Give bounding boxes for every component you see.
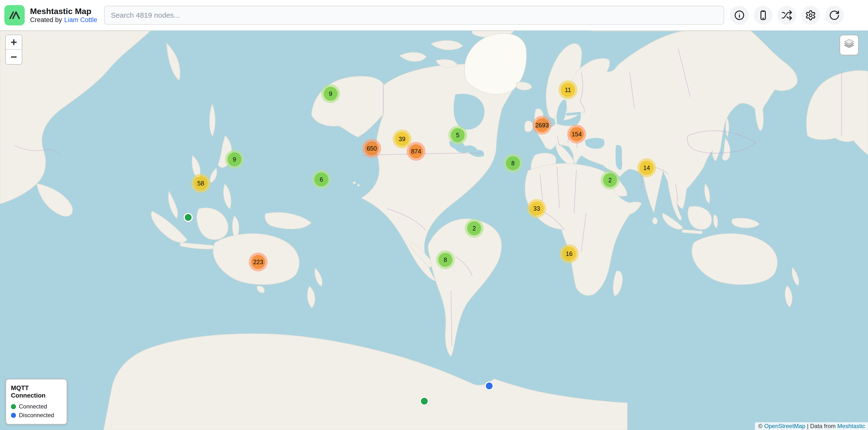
- cluster-count: 11: [561, 83, 575, 97]
- cluster-marker[interactable]: 154: [567, 125, 586, 143]
- cluster-count: 874: [409, 144, 423, 158]
- cluster-count: 5: [451, 128, 465, 142]
- cluster-count: 9: [227, 152, 242, 166]
- zoom-control: + −: [5, 35, 22, 65]
- info-button[interactable]: [730, 6, 749, 25]
- cluster-count: 14: [640, 161, 654, 175]
- cluster-marker[interactable]: 650: [362, 139, 381, 158]
- legend-label: Disconnected: [19, 412, 54, 419]
- app-header: Meshtastic Map Created by Liam Cottle: [0, 0, 868, 31]
- cluster-count: 650: [365, 141, 379, 156]
- header-actions: [730, 6, 844, 25]
- cluster-marker[interactable]: 16: [560, 244, 579, 263]
- cluster-count: 9: [323, 87, 338, 101]
- cluster-marker[interactable]: 8: [436, 250, 455, 269]
- layers-icon: [843, 38, 856, 52]
- node-marker-connected[interactable]: [420, 397, 429, 406]
- cluster-count: 39: [395, 132, 409, 146]
- cluster-count: 6: [314, 172, 329, 187]
- cluster-count: 2: [603, 173, 617, 187]
- refresh-icon: [829, 10, 840, 21]
- refresh-button[interactable]: [825, 6, 844, 25]
- attribution-separator: | Data from: [807, 423, 836, 430]
- cluster-marker[interactable]: 223: [249, 253, 268, 271]
- shuffle-icon: [781, 10, 793, 21]
- search-input[interactable]: [104, 6, 724, 25]
- cluster-count: 16: [562, 247, 576, 261]
- gear-icon: [805, 10, 816, 21]
- cluster-marker[interactable]: 14: [637, 158, 656, 177]
- map-attribution: © OpenStreetMap | Data from Meshtastic: [755, 422, 868, 430]
- meshtastic-attribution-link[interactable]: Meshtastic: [837, 423, 865, 430]
- mqtt-legend: MQTT Connection ConnectedDisconnected: [5, 379, 67, 425]
- cluster-count: 8: [438, 253, 453, 267]
- legend-dot: [11, 413, 16, 418]
- zoom-in-button[interactable]: +: [6, 35, 22, 49]
- node-marker-disconnected[interactable]: [485, 381, 494, 391]
- mqtt-legend-items: ConnectedDisconnected: [11, 403, 62, 419]
- cluster-count: 223: [251, 255, 265, 269]
- node-marker-connected[interactable]: [184, 213, 193, 222]
- cluster-marker[interactable]: 2693: [533, 116, 552, 135]
- meshtastic-logo-icon: [4, 5, 25, 25]
- cluster-marker[interactable]: 6: [312, 170, 331, 189]
- search-wrap: [104, 6, 724, 25]
- mobile-icon: [757, 10, 769, 21]
- shuffle-button[interactable]: [777, 6, 796, 25]
- cluster-count: 8: [506, 156, 520, 170]
- meshtastic-map-app: { "header": { "title": "Meshtastic Map",…: [0, 0, 868, 430]
- cluster-count: 2693: [535, 118, 549, 132]
- cluster-count: 154: [569, 127, 584, 141]
- zoom-out-button[interactable]: −: [6, 49, 22, 64]
- cluster-marker[interactable]: 9: [321, 84, 340, 103]
- cluster-count: 2: [467, 221, 481, 235]
- mobile-button[interactable]: [754, 6, 773, 25]
- legend-item: Connected: [11, 403, 62, 410]
- cluster-marker[interactable]: 874: [407, 142, 426, 161]
- osm-attribution-link[interactable]: OpenStreetMap: [764, 423, 805, 430]
- byline-author-link[interactable]: Liam Cottle: [64, 16, 97, 24]
- cluster-marker[interactable]: 9: [225, 150, 244, 169]
- byline: Created by Liam Cottle: [30, 16, 97, 24]
- cluster-marker[interactable]: 5: [448, 126, 467, 144]
- cluster-marker[interactable]: 11: [558, 80, 578, 99]
- cluster-count: 33: [530, 201, 544, 216]
- legend-dot: [11, 404, 16, 409]
- map-canvas[interactable]: 911269315439650874589142658332223816 + −…: [0, 31, 868, 430]
- cluster-marker[interactable]: 33: [527, 199, 546, 218]
- cluster-count: 58: [194, 176, 208, 190]
- settings-button[interactable]: [801, 6, 820, 25]
- layers-control[interactable]: [839, 35, 859, 56]
- info-icon: [734, 10, 745, 21]
- legend-item: Disconnected: [11, 412, 62, 419]
- byline-prefix: Created by: [30, 16, 62, 24]
- cluster-marker[interactable]: 2: [465, 219, 484, 238]
- world-map: [0, 31, 868, 430]
- page-title: Meshtastic Map: [30, 6, 97, 16]
- legend-label: Connected: [19, 403, 47, 410]
- cluster-marker[interactable]: 58: [191, 174, 210, 193]
- title-block: Meshtastic Map Created by Liam Cottle: [30, 6, 97, 24]
- copyright-symbol: ©: [758, 423, 763, 430]
- cluster-marker[interactable]: 2: [600, 171, 620, 190]
- mqtt-legend-title: MQTT Connection: [11, 384, 62, 399]
- cluster-marker[interactable]: 8: [503, 154, 522, 173]
